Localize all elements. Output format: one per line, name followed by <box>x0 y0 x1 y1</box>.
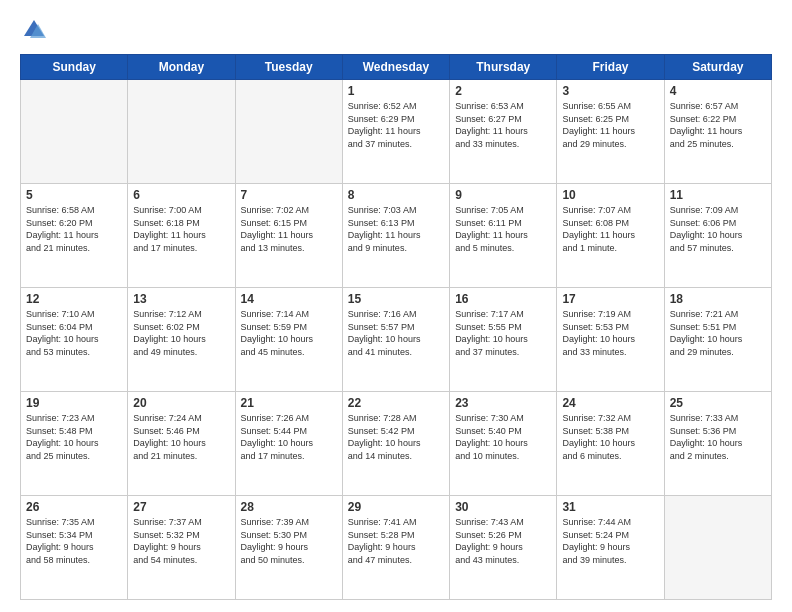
day-info: Sunrise: 7:12 AM Sunset: 6:02 PM Dayligh… <box>133 308 229 358</box>
calendar-cell: 25Sunrise: 7:33 AM Sunset: 5:36 PM Dayli… <box>664 392 771 496</box>
calendar-cell: 3Sunrise: 6:55 AM Sunset: 6:25 PM Daylig… <box>557 80 664 184</box>
day-info: Sunrise: 7:02 AM Sunset: 6:15 PM Dayligh… <box>241 204 337 254</box>
calendar-cell: 9Sunrise: 7:05 AM Sunset: 6:11 PM Daylig… <box>450 184 557 288</box>
calendar-cell: 29Sunrise: 7:41 AM Sunset: 5:28 PM Dayli… <box>342 496 449 600</box>
calendar-header-tuesday: Tuesday <box>235 55 342 80</box>
day-info: Sunrise: 7:21 AM Sunset: 5:51 PM Dayligh… <box>670 308 766 358</box>
calendar-cell: 12Sunrise: 7:10 AM Sunset: 6:04 PM Dayli… <box>21 288 128 392</box>
day-number: 23 <box>455 396 551 410</box>
calendar-cell: 16Sunrise: 7:17 AM Sunset: 5:55 PM Dayli… <box>450 288 557 392</box>
calendar-cell: 30Sunrise: 7:43 AM Sunset: 5:26 PM Dayli… <box>450 496 557 600</box>
calendar-cell: 26Sunrise: 7:35 AM Sunset: 5:34 PM Dayli… <box>21 496 128 600</box>
day-number: 13 <box>133 292 229 306</box>
calendar-cell: 14Sunrise: 7:14 AM Sunset: 5:59 PM Dayli… <box>235 288 342 392</box>
calendar-header-row: SundayMondayTuesdayWednesdayThursdayFrid… <box>21 55 772 80</box>
week-row-4: 19Sunrise: 7:23 AM Sunset: 5:48 PM Dayli… <box>21 392 772 496</box>
day-number: 9 <box>455 188 551 202</box>
day-info: Sunrise: 7:17 AM Sunset: 5:55 PM Dayligh… <box>455 308 551 358</box>
day-number: 11 <box>670 188 766 202</box>
day-number: 19 <box>26 396 122 410</box>
calendar-cell: 28Sunrise: 7:39 AM Sunset: 5:30 PM Dayli… <box>235 496 342 600</box>
day-number: 14 <box>241 292 337 306</box>
week-row-2: 5Sunrise: 6:58 AM Sunset: 6:20 PM Daylig… <box>21 184 772 288</box>
day-info: Sunrise: 7:44 AM Sunset: 5:24 PM Dayligh… <box>562 516 658 566</box>
day-number: 18 <box>670 292 766 306</box>
calendar-cell: 31Sunrise: 7:44 AM Sunset: 5:24 PM Dayli… <box>557 496 664 600</box>
day-info: Sunrise: 6:52 AM Sunset: 6:29 PM Dayligh… <box>348 100 444 150</box>
day-number: 26 <box>26 500 122 514</box>
calendar-header-friday: Friday <box>557 55 664 80</box>
day-info: Sunrise: 7:33 AM Sunset: 5:36 PM Dayligh… <box>670 412 766 462</box>
calendar-cell: 11Sunrise: 7:09 AM Sunset: 6:06 PM Dayli… <box>664 184 771 288</box>
calendar-table: SundayMondayTuesdayWednesdayThursdayFrid… <box>20 54 772 600</box>
calendar-cell <box>128 80 235 184</box>
day-info: Sunrise: 7:09 AM Sunset: 6:06 PM Dayligh… <box>670 204 766 254</box>
day-info: Sunrise: 7:23 AM Sunset: 5:48 PM Dayligh… <box>26 412 122 462</box>
calendar-cell: 8Sunrise: 7:03 AM Sunset: 6:13 PM Daylig… <box>342 184 449 288</box>
calendar-cell: 23Sunrise: 7:30 AM Sunset: 5:40 PM Dayli… <box>450 392 557 496</box>
day-number: 2 <box>455 84 551 98</box>
day-number: 30 <box>455 500 551 514</box>
day-number: 27 <box>133 500 229 514</box>
day-info: Sunrise: 7:19 AM Sunset: 5:53 PM Dayligh… <box>562 308 658 358</box>
day-number: 25 <box>670 396 766 410</box>
day-number: 12 <box>26 292 122 306</box>
calendar-header-wednesday: Wednesday <box>342 55 449 80</box>
day-info: Sunrise: 7:37 AM Sunset: 5:32 PM Dayligh… <box>133 516 229 566</box>
day-number: 17 <box>562 292 658 306</box>
day-number: 1 <box>348 84 444 98</box>
calendar-cell: 2Sunrise: 6:53 AM Sunset: 6:27 PM Daylig… <box>450 80 557 184</box>
day-info: Sunrise: 7:03 AM Sunset: 6:13 PM Dayligh… <box>348 204 444 254</box>
calendar-cell: 24Sunrise: 7:32 AM Sunset: 5:38 PM Dayli… <box>557 392 664 496</box>
day-number: 7 <box>241 188 337 202</box>
calendar-cell <box>235 80 342 184</box>
day-info: Sunrise: 7:28 AM Sunset: 5:42 PM Dayligh… <box>348 412 444 462</box>
day-number: 29 <box>348 500 444 514</box>
day-info: Sunrise: 7:43 AM Sunset: 5:26 PM Dayligh… <box>455 516 551 566</box>
week-row-5: 26Sunrise: 7:35 AM Sunset: 5:34 PM Dayli… <box>21 496 772 600</box>
calendar-header-saturday: Saturday <box>664 55 771 80</box>
day-info: Sunrise: 7:14 AM Sunset: 5:59 PM Dayligh… <box>241 308 337 358</box>
logo <box>20 16 52 44</box>
day-number: 3 <box>562 84 658 98</box>
day-number: 22 <box>348 396 444 410</box>
day-info: Sunrise: 7:30 AM Sunset: 5:40 PM Dayligh… <box>455 412 551 462</box>
day-number: 20 <box>133 396 229 410</box>
day-number: 6 <box>133 188 229 202</box>
calendar-cell: 13Sunrise: 7:12 AM Sunset: 6:02 PM Dayli… <box>128 288 235 392</box>
calendar-cell: 4Sunrise: 6:57 AM Sunset: 6:22 PM Daylig… <box>664 80 771 184</box>
day-info: Sunrise: 7:41 AM Sunset: 5:28 PM Dayligh… <box>348 516 444 566</box>
calendar-cell: 21Sunrise: 7:26 AM Sunset: 5:44 PM Dayli… <box>235 392 342 496</box>
week-row-3: 12Sunrise: 7:10 AM Sunset: 6:04 PM Dayli… <box>21 288 772 392</box>
calendar-cell: 10Sunrise: 7:07 AM Sunset: 6:08 PM Dayli… <box>557 184 664 288</box>
day-number: 31 <box>562 500 658 514</box>
day-info: Sunrise: 7:32 AM Sunset: 5:38 PM Dayligh… <box>562 412 658 462</box>
day-info: Sunrise: 7:00 AM Sunset: 6:18 PM Dayligh… <box>133 204 229 254</box>
calendar-header-thursday: Thursday <box>450 55 557 80</box>
day-info: Sunrise: 7:05 AM Sunset: 6:11 PM Dayligh… <box>455 204 551 254</box>
calendar-cell: 27Sunrise: 7:37 AM Sunset: 5:32 PM Dayli… <box>128 496 235 600</box>
day-number: 15 <box>348 292 444 306</box>
page: SundayMondayTuesdayWednesdayThursdayFrid… <box>0 0 792 612</box>
calendar-cell: 6Sunrise: 7:00 AM Sunset: 6:18 PM Daylig… <box>128 184 235 288</box>
header <box>20 16 772 44</box>
calendar-cell: 5Sunrise: 6:58 AM Sunset: 6:20 PM Daylig… <box>21 184 128 288</box>
calendar-cell: 20Sunrise: 7:24 AM Sunset: 5:46 PM Dayli… <box>128 392 235 496</box>
day-info: Sunrise: 7:16 AM Sunset: 5:57 PM Dayligh… <box>348 308 444 358</box>
day-info: Sunrise: 7:24 AM Sunset: 5:46 PM Dayligh… <box>133 412 229 462</box>
day-number: 28 <box>241 500 337 514</box>
day-info: Sunrise: 7:26 AM Sunset: 5:44 PM Dayligh… <box>241 412 337 462</box>
day-number: 8 <box>348 188 444 202</box>
day-info: Sunrise: 6:53 AM Sunset: 6:27 PM Dayligh… <box>455 100 551 150</box>
calendar-cell: 19Sunrise: 7:23 AM Sunset: 5:48 PM Dayli… <box>21 392 128 496</box>
calendar-cell: 17Sunrise: 7:19 AM Sunset: 5:53 PM Dayli… <box>557 288 664 392</box>
day-info: Sunrise: 7:10 AM Sunset: 6:04 PM Dayligh… <box>26 308 122 358</box>
day-info: Sunrise: 7:07 AM Sunset: 6:08 PM Dayligh… <box>562 204 658 254</box>
calendar-cell: 15Sunrise: 7:16 AM Sunset: 5:57 PM Dayli… <box>342 288 449 392</box>
day-info: Sunrise: 6:57 AM Sunset: 6:22 PM Dayligh… <box>670 100 766 150</box>
day-number: 5 <box>26 188 122 202</box>
day-number: 16 <box>455 292 551 306</box>
logo-icon <box>20 16 48 44</box>
day-info: Sunrise: 7:35 AM Sunset: 5:34 PM Dayligh… <box>26 516 122 566</box>
day-info: Sunrise: 7:39 AM Sunset: 5:30 PM Dayligh… <box>241 516 337 566</box>
